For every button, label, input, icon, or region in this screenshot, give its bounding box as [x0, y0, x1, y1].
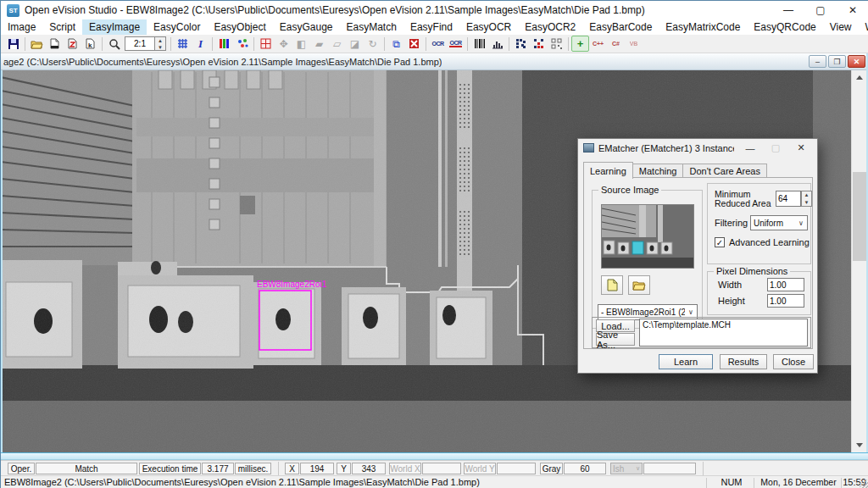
delete-region-icon[interactable] — [405, 36, 423, 52]
world-y-value — [497, 463, 536, 474]
open-icon[interactable] — [28, 36, 46, 52]
advanced-learning-checkbox[interactable]: ✓ — [715, 237, 725, 247]
doc-frame-left — [1, 70, 3, 452]
menu-easymatch[interactable]: EasyMatch — [340, 19, 403, 35]
title-bar: ST Open eVision Studio - EBW8Image2 (C:\… — [1, 1, 868, 19]
pixel-dimensions-caption: Pixel Dimensions — [714, 266, 790, 276]
magnifier-icon[interactable] — [105, 36, 123, 52]
warp-icon[interactable]: ◪ — [346, 36, 364, 52]
menu-easyobject[interactable]: EasyObject — [207, 19, 272, 35]
world-x-value — [422, 463, 461, 474]
new-source-button[interactable] — [601, 275, 623, 295]
chevron-down-icon: ∨ — [685, 308, 697, 316]
kernel-document-icon[interactable]: k — [81, 36, 99, 52]
shear-right-icon[interactable]: ▱ — [328, 36, 346, 52]
width-input[interactable] — [767, 278, 804, 291]
min-reduced-area-label-2: Reduced Area — [715, 198, 771, 208]
learn-button[interactable]: Learn — [659, 354, 713, 369]
document-title: age2 (C:\Users\Public\Documents\Euresys\… — [3, 57, 442, 67]
doc-close-button[interactable]: ✕ — [848, 55, 865, 68]
scroll-thumb[interactable] — [853, 172, 866, 261]
application-window: ST Open eVision Studio - EBW8Image2 (C:\… — [0, 0, 868, 488]
matrixcode-red-icon[interactable] — [530, 36, 548, 52]
min-reduced-area-spinner[interactable]: ▲▼ — [801, 191, 812, 207]
menu-image[interactable]: Image — [1, 19, 42, 35]
new-document-icon[interactable] — [46, 36, 64, 52]
menu-easyfind[interactable]: EasyFind — [403, 19, 459, 35]
ocr-icon[interactable]: OCR — [429, 36, 447, 52]
dialog-icon — [583, 143, 594, 152]
scroll-up-button[interactable] — [852, 70, 867, 85]
menu-bar: Image Script EasyImage EasyColor EasyObj… — [1, 19, 868, 35]
scroll-down-button[interactable] — [852, 438, 867, 452]
dialog-maximize-button[interactable]: ▢ — [763, 139, 788, 157]
filtering-select[interactable]: Uniform ∨ — [750, 215, 808, 230]
csharp-icon[interactable]: C# — [607, 36, 625, 52]
doc-frame-bottom — [1, 452, 868, 460]
zoom-value[interactable]: 2:1 — [125, 36, 155, 51]
resize-grip[interactable] — [860, 480, 868, 488]
gray-value: 60 — [564, 463, 606, 474]
ocr2-icon[interactable]: OCR — [447, 36, 465, 52]
doc-minimize-button[interactable]: – — [809, 55, 826, 68]
color-dots-icon[interactable] — [233, 36, 251, 52]
matrixcode-icon[interactable] — [512, 36, 530, 52]
ematcher-dialog: EMatcher (EMatcher1) 3 Instance(s) F... … — [577, 138, 818, 374]
script-document-icon[interactable] — [64, 36, 81, 52]
rotate-icon[interactable]: ↻ — [364, 36, 381, 52]
menu-view[interactable]: View — [823, 19, 859, 35]
dialog-close-action-button[interactable]: Close — [773, 354, 814, 369]
vb-icon[interactable]: VB — [625, 36, 643, 52]
save-icon[interactable] — [4, 36, 22, 52]
save-as-button[interactable]: Save As... — [596, 333, 635, 346]
advanced-learning-label: Advanced Learning — [729, 237, 810, 247]
grid-icon[interactable] — [174, 36, 192, 52]
zoom-combo[interactable]: 2:1 ▲▼ — [125, 36, 166, 51]
menu-easyqrcode[interactable]: EasyQRCode — [747, 19, 822, 35]
qrcode-icon[interactable] — [548, 36, 565, 52]
vertical-scrollbar[interactable] — [851, 70, 866, 452]
status-bar: Oper. Match Execution time 3.177 millise… — [1, 460, 868, 475]
menu-easyimage[interactable]: EasyImage — [82, 19, 147, 35]
oper-value: Match — [36, 463, 137, 474]
red-grid-icon[interactable] — [257, 36, 275, 52]
barcode-icon[interactable] — [470, 36, 488, 52]
histogram-icon[interactable] — [488, 36, 506, 52]
menu-easyocr2[interactable]: EasyOCR2 — [518, 19, 582, 35]
results-button[interactable]: Results — [720, 354, 767, 369]
close-button[interactable]: ✕ — [837, 1, 868, 19]
menu-easycolor[interactable]: EasyColor — [147, 19, 207, 35]
open-source-button[interactable] — [628, 275, 650, 295]
tab-learning[interactable]: Learning — [583, 162, 633, 179]
menu-easybarcode[interactable]: EasyBarCode — [582, 19, 659, 35]
doc-restore-button[interactable]: ❐ — [828, 55, 846, 68]
cpp-icon[interactable]: C++ — [589, 36, 607, 52]
menu-easyocr[interactable]: EasyOCR — [459, 19, 518, 35]
chevron-down-icon: ∨ — [636, 465, 640, 472]
learning-params-group: Minimum Reduced Area ▲▼ Filtering Unifor… — [707, 183, 811, 264]
add-script-icon[interactable]: + — [571, 36, 589, 52]
color-bars-icon[interactable] — [215, 36, 233, 52]
dialog-minimize-button[interactable]: — — [737, 139, 763, 157]
template-path-box[interactable]: C:\Temp\template.MCH — [639, 319, 808, 347]
dialog-close-button[interactable]: ✕ — [788, 139, 814, 157]
minimize-button[interactable]: — — [772, 1, 804, 19]
menu-window[interactable]: Window — [859, 19, 868, 35]
move-icon[interactable]: ✥ — [275, 36, 292, 52]
world-y-label: World Y — [464, 463, 496, 474]
dialog-title-bar[interactable]: EMatcher (EMatcher1) 3 Instance(s) F... … — [578, 139, 817, 157]
shear-left-icon[interactable]: ◧ — [292, 36, 310, 52]
min-reduced-area-input[interactable] — [776, 191, 801, 207]
menu-easymatrixcode[interactable]: EasyMatrixCode — [659, 19, 747, 35]
ish-dropdown[interactable]: Ish∨ — [610, 463, 643, 474]
maximize-button[interactable]: ▢ — [804, 1, 837, 19]
menu-easygauge[interactable]: EasyGauge — [273, 19, 340, 35]
menu-script[interactable]: Script — [42, 19, 82, 35]
shear-flat-icon[interactable]: ▰ — [310, 36, 328, 52]
height-input[interactable] — [767, 294, 804, 308]
text-italic-icon[interactable]: I — [192, 36, 209, 52]
zoom-spinner[interactable]: ▲▼ — [155, 36, 166, 51]
copy-region-icon[interactable]: ⧉ — [387, 36, 405, 52]
world-x-label: World X — [389, 463, 421, 474]
ish-value — [643, 463, 696, 474]
